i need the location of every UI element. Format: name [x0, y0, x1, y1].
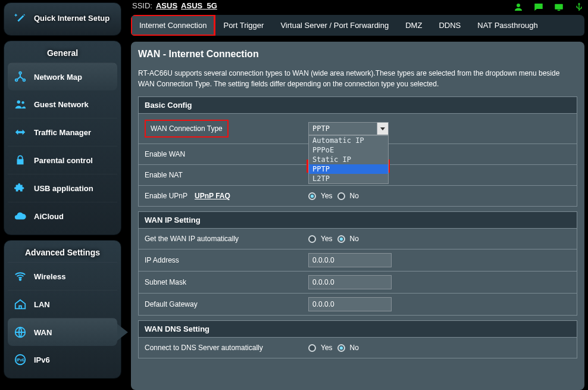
- wan-connection-type-value: PPTP: [312, 124, 330, 133]
- tab-ddns[interactable]: DDNS: [430, 15, 469, 36]
- upnp-no-radio[interactable]: [337, 192, 345, 200]
- sidebar-item-guest-network[interactable]: Guest Network: [8, 91, 117, 118]
- section-wan-ip-title: WAN IP Setting: [138, 211, 577, 228]
- ssid-label: SSID:: [132, 1, 152, 10]
- row-ip-address: IP Address: [139, 249, 577, 271]
- status-demo-icon[interactable]: [553, 2, 564, 10]
- ip-address-input[interactable]: [308, 253, 392, 267]
- main: SSID: ASUS ASUS_5G Internet Connection P…: [125, 0, 588, 390]
- dns-yes-radio[interactable]: [308, 344, 316, 352]
- svg-point-3: [17, 101, 21, 104]
- dns-no-radio[interactable]: [337, 344, 345, 352]
- guest-network-icon: [12, 96, 28, 112]
- upnp-faq-link[interactable]: UPnP FAQ: [195, 192, 230, 200]
- tab-internet-connection[interactable]: Internet Connection: [131, 15, 215, 36]
- enable-wan-label: Enable WAN: [145, 150, 185, 158]
- option-pppoe[interactable]: PPPoE: [309, 145, 388, 155]
- sidebar-item-label: WAN: [34, 328, 52, 337]
- ip-address-label: IP Address: [145, 256, 179, 264]
- subnet-mask-label: Subnet Mask: [145, 278, 186, 286]
- yes-label: Yes: [321, 192, 333, 200]
- option-l2tp[interactable]: L2TP: [309, 174, 388, 183]
- svg-point-9: [517, 4, 520, 7]
- home-icon: [12, 297, 28, 312]
- svg-point-4: [21, 101, 24, 104]
- yes-label: Yes: [321, 235, 333, 243]
- svg-rect-11: [558, 10, 561, 11]
- enable-upnp-label: Enable UPnP: [145, 192, 187, 200]
- wireless-icon: [12, 269, 28, 284]
- advanced-header: Advanced Settings: [8, 245, 117, 262]
- wan-connection-type-label: WAN Connection Type: [145, 120, 229, 138]
- subnet-mask-input[interactable]: [308, 275, 392, 289]
- sidebar-item-label: LAN: [34, 300, 50, 309]
- default-gateway-input[interactable]: [308, 297, 392, 311]
- status-user-icon[interactable]: [513, 2, 524, 10]
- advanced-panel: Advanced Settings Wireless LAN WAN IPv6 …: [4, 240, 121, 379]
- connect-dns-auto-label: Connect to DNS Server automatically: [145, 344, 263, 352]
- wanip-yes-radio[interactable]: [308, 235, 316, 243]
- get-wan-ip-auto-label: Get the WAN IP automatically: [145, 235, 239, 243]
- puzzle-icon: [12, 180, 28, 196]
- section-wan-ip: WAN IP Setting Get the WAN IP automatica…: [138, 211, 577, 316]
- tab-nat-passthrough[interactable]: NAT Passthrough: [469, 15, 546, 36]
- sidebar-item-qis[interactable]: Quick Internet Setup: [8, 8, 117, 30]
- ssid-value-1[interactable]: ASUS: [156, 1, 177, 10]
- chevron-down-icon: [380, 127, 385, 130]
- traffic-manager-icon: [12, 124, 28, 140]
- enable-nat-label: Enable NAT: [145, 171, 183, 179]
- section-basic-config: Basic Config WAN Connection Type PPTP: [138, 96, 577, 207]
- sidebar-item-usb-application[interactable]: USB application: [8, 174, 117, 202]
- sidebar-item-label: Parental control: [34, 156, 93, 165]
- quick-internet-setup-panel: Quick Internet Setup: [4, 2, 121, 36]
- ssid-value-2[interactable]: ASUS_5G: [181, 1, 217, 10]
- sidebar-item-traffic-manager[interactable]: Traffic Manager: [8, 118, 117, 146]
- content: WAN - Internet Connection RT-AC66U suppo…: [131, 42, 584, 390]
- sidebar-item-ipv6[interactable]: IPv6 IPv6: [8, 346, 117, 373]
- sidebar-item-aicloud[interactable]: AiCloud: [8, 202, 117, 230]
- sidebar-item-wireless[interactable]: Wireless: [8, 262, 117, 290]
- tab-port-trigger[interactable]: Port Trigger: [215, 15, 272, 36]
- page-description: RT-AC66U supports several connection typ…: [138, 68, 577, 89]
- sidebar-item-label: Wireless: [34, 272, 65, 281]
- wan-connection-type-select-wrap: PPTP Automatic IP PPPoE Static IP PPTP L…: [308, 122, 389, 135]
- row-connect-dns-auto: Connect to DNS Server automatically Yes …: [139, 337, 577, 358]
- sidebar-item-label: IPv6: [34, 355, 50, 364]
- status-usb-icon[interactable]: [574, 2, 584, 10]
- wanip-no-radio[interactable]: [337, 235, 345, 243]
- svg-point-5: [20, 279, 21, 280]
- network-map-icon: [12, 69, 28, 85]
- tab-virtual-server[interactable]: Virtual Server / Port Forwarding: [272, 15, 397, 36]
- status-icons: [513, 2, 584, 10]
- option-automatic-ip[interactable]: Automatic IP: [309, 136, 388, 145]
- tab-dmz[interactable]: DMZ: [397, 15, 430, 36]
- row-subnet-mask: Subnet Mask: [139, 271, 577, 293]
- sidebar-item-label: Guest Network: [34, 100, 89, 109]
- section-wan-dns: WAN DNS Setting Connect to DNS Server au…: [138, 320, 577, 358]
- option-static-ip[interactable]: Static IP: [309, 155, 388, 164]
- row-enable-upnp: Enable UPnP UPnP FAQ Yes No: [139, 185, 577, 206]
- option-pptp[interactable]: PPTP: [309, 164, 388, 174]
- page-title: WAN - Internet Connection: [138, 49, 577, 60]
- sidebar-item-network-map[interactable]: Network Map: [8, 63, 117, 91]
- no-label: No: [350, 192, 359, 200]
- sidebar: Quick Internet Setup General Network Map…: [0, 0, 125, 390]
- wan-connection-type-dropdown: Automatic IP PPPoE Static IP PPTP L2TP: [308, 135, 389, 184]
- yes-label: Yes: [321, 344, 333, 352]
- sidebar-item-wan[interactable]: WAN: [8, 318, 117, 346]
- upnp-yes-radio[interactable]: [308, 192, 316, 200]
- ipv6-icon: IPv6: [12, 352, 28, 367]
- wan-connection-type-select[interactable]: PPTP: [308, 122, 389, 135]
- lock-icon: [12, 152, 28, 168]
- status-chat-icon[interactable]: [533, 2, 544, 10]
- row-get-wan-ip-auto: Get the WAN IP automatically Yes No: [139, 228, 577, 249]
- svg-rect-10: [555, 4, 563, 9]
- qis-label: Quick Internet Setup: [34, 14, 110, 23]
- sidebar-item-lan[interactable]: LAN: [8, 290, 117, 318]
- sidebar-item-label: AiCloud: [34, 212, 64, 221]
- no-label: No: [350, 344, 359, 352]
- magic-wand-icon: [12, 10, 28, 26]
- sidebar-item-parental-control[interactable]: Parental control: [8, 146, 117, 174]
- cloud-icon: [12, 208, 28, 224]
- row-wan-connection-type: WAN Connection Type PPTP Automatic IP PP…: [139, 113, 577, 143]
